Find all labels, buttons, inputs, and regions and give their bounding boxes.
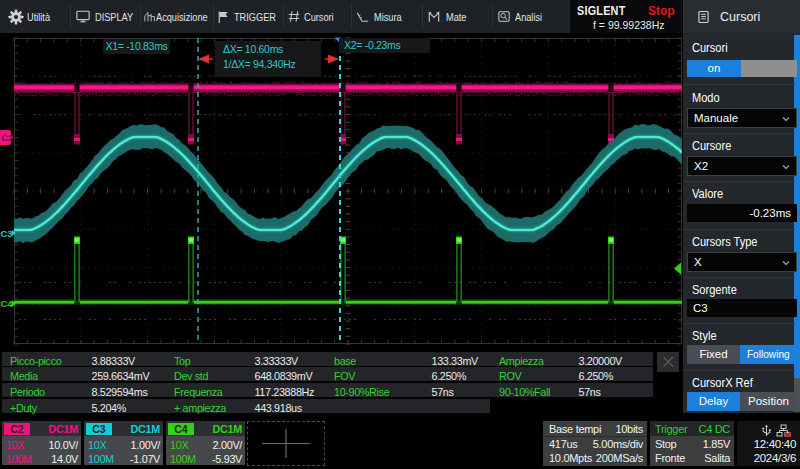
svg-text:C4: C4 (1, 298, 14, 309)
svg-text:C2: C2 (2, 133, 14, 143)
svg-text:C3: C3 (1, 228, 13, 239)
